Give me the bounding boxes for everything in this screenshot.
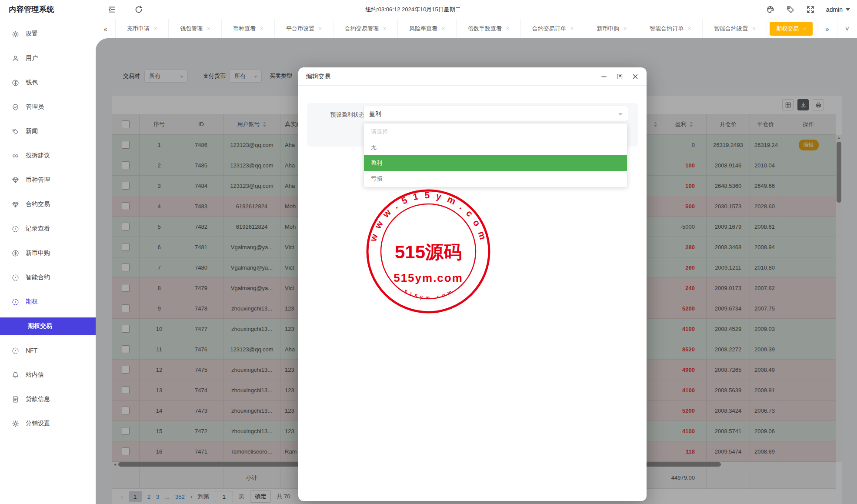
- sidebar-item[interactable]: 贷款信息: [0, 395, 96, 403]
- tab-label: 倍数手数查看: [468, 25, 502, 33]
- dashed-circle-icon: [12, 298, 19, 306]
- tab-close-icon[interactable]: ×: [154, 26, 157, 32]
- tag-icon: [12, 128, 19, 135]
- sidebar-item[interactable]: 智能合约: [0, 274, 96, 281]
- top-bar: 内容管理系统 纽约:03:06:12 2024年10月15日星期二 admin: [0, 0, 857, 19]
- sidebar-item[interactable]: 管理员: [0, 103, 96, 111]
- tab[interactable]: 币种查看×: [222, 19, 275, 38]
- sidebar-item-label: 记录查看: [26, 225, 50, 233]
- sidebar-item-label: 设置: [26, 30, 38, 38]
- sidebar-item-label: 期权: [26, 298, 38, 306]
- sidebar-item[interactable]: 钱包: [0, 79, 96, 87]
- tab-close-icon[interactable]: ×: [207, 26, 210, 32]
- watermark-center-sub: 515ym.com: [393, 271, 463, 284]
- tab-close-icon[interactable]: ×: [624, 26, 627, 32]
- sidebar-item[interactable]: 期权: [0, 298, 96, 306]
- theme-palette-icon[interactable]: [766, 5, 775, 14]
- sidebar-item[interactable]: NFT: [0, 347, 96, 354]
- tab-label: 钱包管理: [180, 25, 203, 33]
- sidebar-item[interactable]: 记录查看: [0, 225, 96, 233]
- tab[interactable]: 倍数手数查看×: [457, 19, 521, 38]
- close-icon[interactable]: [632, 73, 639, 80]
- tab-close-icon[interactable]: ×: [442, 26, 445, 32]
- link-icon: [12, 152, 19, 160]
- tab-close-icon[interactable]: ×: [570, 26, 574, 32]
- user-menu[interactable]: admin: [826, 6, 850, 13]
- tab-label: 智能合约设置: [714, 25, 748, 33]
- tab-close-icon[interactable]: ×: [752, 26, 755, 32]
- profit-status-select[interactable]: 盈利: [363, 106, 628, 121]
- tab-close-icon[interactable]: ×: [319, 26, 322, 32]
- maximize-icon[interactable]: [616, 73, 623, 80]
- tab-active[interactable]: 期权交易×: [767, 19, 815, 38]
- sidebar-item[interactable]: 新币申购: [0, 249, 96, 257]
- tabs-scroll-left[interactable]: «: [96, 19, 116, 38]
- watermark-arc-top: w w w . 5 1 5 y m . c o m: [368, 190, 489, 243]
- gear-icon: [12, 30, 19, 38]
- tab-close-icon[interactable]: ×: [506, 26, 509, 32]
- bell-icon: [12, 371, 19, 379]
- sidebar-item[interactable]: 币种管理: [0, 176, 96, 184]
- sidebar-item-label: 分销设置: [26, 420, 50, 427]
- watermark-seal: w w w . 5 1 5 y m . c o m 515源码 515ym.co…: [358, 181, 499, 322]
- tab-label: 平台币设置: [286, 25, 314, 33]
- tab-close-icon[interactable]: ×: [803, 26, 806, 32]
- sidebar-collapse-icon[interactable]: [107, 5, 116, 14]
- dropdown-option[interactable]: 请选择: [364, 124, 627, 140]
- gem-icon: [12, 201, 19, 208]
- watermark-arc-bottom: 5 1 5 y m . c o m: [403, 289, 454, 300]
- minimize-icon[interactable]: [600, 73, 607, 80]
- chevron-down-icon: [846, 8, 850, 11]
- refresh-icon[interactable]: [134, 5, 143, 14]
- sidebar: 设置用户钱包管理员新闻投拆建议币种管理合约交易记录查看新币申购智能合约期权期权交…: [0, 19, 96, 504]
- sidebar-item[interactable]: 新闻: [0, 127, 96, 135]
- tab[interactable]: 充币申请×: [116, 19, 169, 38]
- chevron-down-icon: [618, 113, 623, 116]
- tag-icon[interactable]: [786, 5, 795, 14]
- tab[interactable]: 新币申购×: [585, 19, 638, 38]
- shield-check-icon: [12, 103, 19, 111]
- user-icon: [12, 55, 19, 62]
- sidebar-item-label: 钱包: [26, 79, 38, 87]
- dropdown-option-selected[interactable]: 盈利: [364, 155, 627, 171]
- sidebar-item-label: 币种管理: [26, 176, 50, 184]
- tab-label: 智能合约订单: [650, 25, 684, 33]
- watermark-center: 515源码: [395, 242, 462, 262]
- sidebar-item-label: 新币申购: [26, 249, 50, 257]
- tab-close-icon[interactable]: ×: [383, 26, 386, 32]
- svg-text:5 1 5 y m . c o m: 5 1 5 y m . c o m: [403, 289, 454, 300]
- sidebar-item-label: 管理员: [26, 103, 44, 111]
- tab-label: 币种查看: [233, 25, 256, 33]
- sidebar-item-label: 新闻: [26, 127, 38, 135]
- sidebar-item[interactable]: 设置: [0, 30, 96, 38]
- sidebar-item[interactable]: 分销设置: [0, 420, 96, 427]
- fullscreen-icon[interactable]: [806, 5, 815, 14]
- tab[interactable]: 合约交易管理×: [333, 19, 398, 38]
- tab-close-icon[interactable]: ×: [688, 26, 691, 32]
- svg-text:w w w . 5 1 5 y m . c o m: w w w . 5 1 5 y m . c o m: [368, 190, 489, 243]
- sidebar-item[interactable]: 站内信: [0, 371, 96, 379]
- sidebar-item[interactable]: 投拆建议: [0, 152, 96, 160]
- gear-icon: [12, 420, 19, 427]
- dashed-circle-icon: [12, 225, 19, 233]
- profit-status-dropdown: 请选择无盈利亏损: [363, 123, 627, 187]
- tab-close-icon[interactable]: ×: [260, 26, 263, 32]
- tab[interactable]: 智能合约设置×: [703, 19, 767, 38]
- tabs-scroll-right[interactable]: »: [817, 19, 837, 38]
- sidebar-item-label: 投拆建议: [26, 152, 50, 160]
- tab[interactable]: 合约交易订单×: [521, 19, 585, 38]
- tab[interactable]: 风险率查看×: [398, 19, 457, 38]
- tab[interactable]: 智能合约订单×: [638, 19, 703, 38]
- tab[interactable]: 平台币设置×: [275, 19, 333, 38]
- tab-label: 风险率查看: [409, 25, 437, 33]
- sidebar-item-label: 贷款信息: [26, 395, 50, 403]
- tabs-collapse[interactable]: ˅: [837, 19, 857, 38]
- sidebar-subitem-active[interactable]: 期权交易: [0, 317, 96, 335]
- sidebar-item[interactable]: 用户: [0, 54, 96, 62]
- dollar-circle-icon: [12, 250, 19, 257]
- dashed-circle-icon: [12, 347, 19, 354]
- sidebar-item[interactable]: 合约交易: [0, 200, 96, 208]
- sidebar-item-label: NFT: [26, 347, 37, 354]
- dropdown-option[interactable]: 无: [364, 140, 627, 155]
- tab[interactable]: 钱包管理×: [169, 19, 222, 38]
